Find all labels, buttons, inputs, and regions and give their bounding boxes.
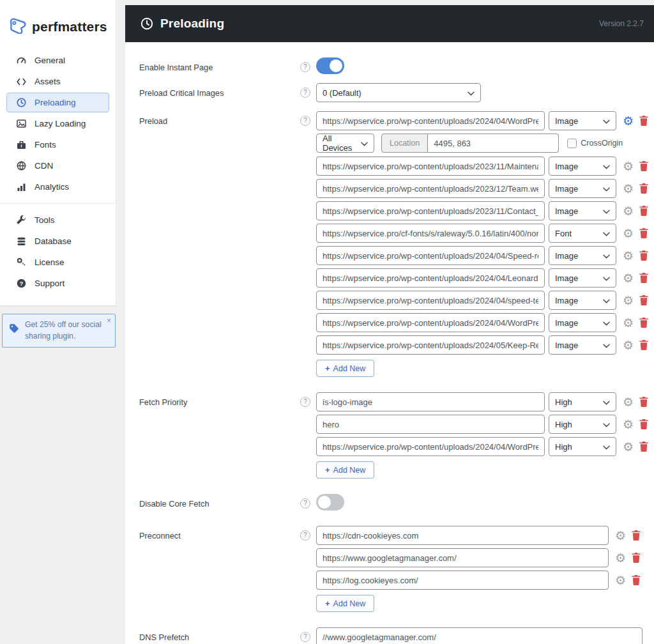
url-input[interactable] — [316, 268, 545, 288]
gear-icon[interactable]: ⚙ — [623, 160, 634, 172]
sidebar-item-cdn[interactable]: CDN — [6, 156, 109, 176]
preload-row: Image ⚙ — [316, 246, 648, 265]
image-icon — [16, 119, 26, 128]
preload-row: Image ⚙ — [316, 291, 648, 310]
chevron-down-icon — [603, 318, 610, 328]
selector-input[interactable] — [316, 437, 545, 456]
sidebar-item-support[interactable]: ? Support — [6, 273, 109, 293]
selector-input[interactable] — [316, 415, 545, 434]
trash-icon[interactable] — [639, 116, 648, 126]
sidebar-item-lazy-loading[interactable]: Lazy Loading — [6, 114, 109, 134]
priority-select[interactable]: High — [549, 415, 616, 434]
sidebar-item-general[interactable]: General — [6, 50, 109, 70]
help-icon[interactable]: ? — [300, 397, 310, 407]
gear-icon[interactable]: ⚙ — [615, 574, 626, 586]
sidebar-item-fonts[interactable]: Fonts — [6, 135, 109, 155]
disable-core-fetch-toggle[interactable] — [316, 494, 344, 510]
device-select[interactable]: All Devices — [316, 134, 374, 153]
trash-icon[interactable] — [639, 206, 648, 216]
url-input[interactable] — [316, 526, 609, 545]
gear-icon[interactable]: ⚙ — [623, 396, 634, 408]
instant-page-toggle[interactable] — [316, 57, 344, 74]
gear-icon[interactable]: ⚙ — [623, 418, 634, 431]
url-input[interactable] — [316, 246, 545, 265]
sidebar-item-license[interactable]: License — [6, 252, 109, 272]
type-select[interactable]: Image — [549, 201, 616, 220]
type-select[interactable]: Image — [549, 246, 616, 265]
type-select[interactable]: Image — [549, 268, 616, 288]
type-select[interactable]: Image — [549, 291, 616, 310]
trash-icon[interactable] — [632, 575, 641, 585]
type-select[interactable]: Image — [549, 157, 616, 176]
gear-icon[interactable]: ⚙ — [623, 272, 634, 284]
trash-icon[interactable] — [639, 228, 648, 238]
priority-select[interactable]: High — [549, 437, 616, 456]
type-select[interactable]: Font — [549, 224, 616, 243]
trash-icon[interactable] — [639, 161, 648, 171]
type-select[interactable]: Image — [549, 179, 616, 198]
trash-icon[interactable] — [639, 340, 648, 350]
preload-add-new-button[interactable]: +Add New — [316, 360, 374, 377]
gear-icon[interactable]: ⚙ — [615, 530, 626, 542]
trash-icon[interactable] — [639, 419, 648, 429]
trash-icon[interactable] — [639, 295, 648, 305]
svg-text:?: ? — [19, 280, 23, 287]
help-icon[interactable]: ? — [300, 116, 310, 126]
gear-icon[interactable]: ⚙ — [623, 250, 634, 262]
gear-icon[interactable]: ⚙ — [623, 183, 634, 195]
url-input[interactable] — [316, 313, 545, 332]
gear-icon[interactable]: ⚙ — [623, 339, 634, 351]
trash-icon[interactable] — [639, 273, 648, 283]
gear-icon[interactable]: ⚙ — [623, 115, 634, 127]
url-input[interactable] — [316, 179, 545, 198]
trash-icon[interactable] — [639, 441, 648, 452]
critical-images-select[interactable]: 0 (Default) — [316, 83, 481, 102]
selector-input[interactable] — [316, 392, 545, 411]
trash-icon[interactable] — [639, 318, 648, 328]
gear-icon[interactable]: ⚙ — [615, 552, 626, 564]
help-icon[interactable]: ? — [300, 530, 310, 540]
url-input[interactable] — [316, 111, 545, 130]
sidebar-item-label: Support — [34, 279, 65, 288]
trash-icon[interactable] — [632, 530, 641, 540]
sidebar-item-tools[interactable]: Tools — [6, 210, 109, 230]
priority-select[interactable]: High — [549, 392, 616, 411]
help-icon[interactable]: ? — [300, 88, 310, 98]
field-label: Disable Core Fetch — [139, 494, 300, 509]
sidebar-item-assets[interactable]: Assets — [6, 72, 109, 91]
url-input[interactable] — [316, 548, 609, 567]
gear-icon[interactable]: ⚙ — [623, 317, 634, 329]
type-select[interactable]: Image — [549, 335, 616, 355]
help-icon[interactable]: ? — [300, 498, 310, 509]
dns-prefetch-textarea[interactable]: //www.googletagmanager.com/ //cdn-cookie… — [316, 627, 643, 644]
url-input[interactable] — [316, 335, 545, 355]
url-input[interactable] — [316, 201, 545, 220]
trash-icon[interactable] — [639, 397, 648, 407]
url-input[interactable] — [316, 291, 545, 310]
sidebar-item-preloading[interactable]: Preloading — [6, 93, 109, 112]
field-label: Preload Critical Images — [139, 83, 300, 98]
trash-icon[interactable] — [639, 250, 648, 261]
preconnect-add-new-button[interactable]: +Add New — [316, 595, 374, 612]
url-input[interactable] — [316, 571, 609, 590]
sidebar-item-label: Tools — [34, 215, 55, 225]
field-label: Fetch Priority — [139, 392, 300, 407]
location-input[interactable] — [428, 134, 559, 153]
trash-icon[interactable] — [639, 183, 648, 194]
crossorigin-checkbox[interactable] — [567, 139, 577, 148]
trash-icon[interactable] — [632, 553, 641, 563]
sidebar-item-database[interactable]: Database — [6, 231, 109, 251]
help-icon[interactable]: ? — [300, 62, 310, 72]
gear-icon[interactable]: ⚙ — [623, 205, 634, 217]
sidebar-item-analytics[interactable]: Analytics — [6, 177, 109, 197]
url-input[interactable] — [316, 157, 545, 176]
help-icon[interactable]: ? — [300, 632, 310, 642]
type-select[interactable]: Image — [549, 111, 616, 130]
close-icon[interactable]: × — [107, 316, 111, 325]
gear-icon[interactable]: ⚙ — [623, 295, 634, 307]
gear-icon[interactable]: ⚙ — [623, 441, 634, 453]
type-select[interactable]: Image — [549, 313, 616, 332]
fetch-priority-add-new-button[interactable]: +Add New — [316, 461, 374, 479]
url-input[interactable] — [316, 224, 545, 243]
gear-icon[interactable]: ⚙ — [623, 227, 634, 240]
